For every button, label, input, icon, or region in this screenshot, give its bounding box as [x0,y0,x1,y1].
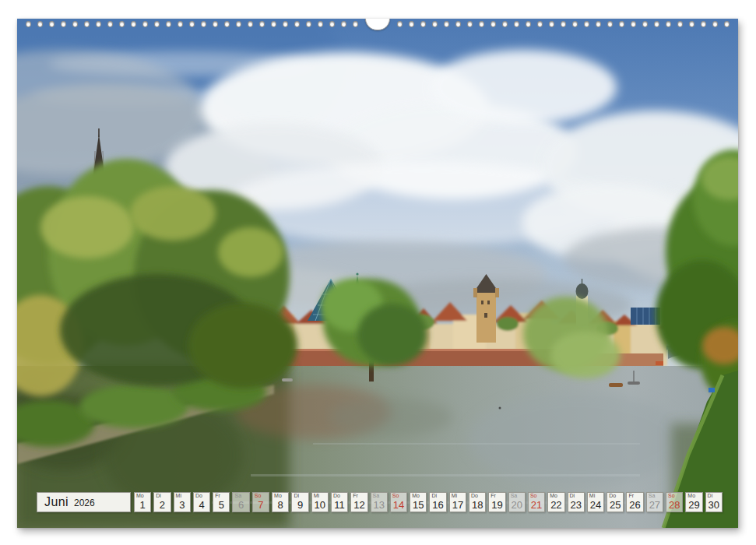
day-cell-25: Do25 [607,492,624,512]
day-cells: Mo1Di2Mi3Do4Fr5Sa6So7Mo8Di9Mi10Do11Fr12S… [134,492,723,512]
binding-hole [178,21,183,27]
binding-hole [306,21,311,27]
day-cell-20: Sa20 [508,492,526,512]
binding-hole [619,21,624,27]
weekday-abbr: Do [195,493,202,499]
weekday-abbr: So [668,493,675,499]
binding-hole [318,21,323,27]
binding-hole [420,21,426,27]
binding-hole [107,21,113,27]
weekday-abbr: Mi [589,493,595,499]
day-number: 9 [292,499,308,511]
day-number: 30 [706,499,722,511]
day-cell-18: Do18 [469,492,486,512]
weekday-abbr: So [392,493,399,499]
day-number: 28 [666,499,682,511]
weekday-abbr: Mo [136,493,144,499]
day-cell-11: Do11 [331,492,348,512]
binding-hole [84,21,90,27]
day-cell-13: Sa13 [371,492,388,512]
day-cell-30: Di30 [705,492,723,512]
binding-hole [596,21,601,27]
binding-hole [37,21,43,27]
day-number: 19 [489,499,505,511]
day-number: 27 [647,499,663,511]
day-cell-22: Mo22 [547,492,564,512]
binding-hole [329,21,335,27]
binding-hole [397,21,403,27]
binding-hole [537,21,543,27]
binding-hole [353,21,358,27]
binding-hole [294,21,300,27]
day-number: 18 [469,499,485,511]
binding-holes-left [26,21,358,27]
binding-hole [631,21,636,27]
day-number: 13 [371,499,387,511]
weekday-abbr: Do [333,493,340,499]
day-number: 1 [135,499,150,511]
day-cell-12: Fr12 [350,492,367,512]
day-cell-26: Fr26 [626,492,643,512]
day-cell-7: So7 [252,492,269,512]
binding-hole [502,21,508,27]
day-cell-2: Di2 [153,492,171,512]
weekday-abbr: Di [431,493,437,499]
binding-hole [666,21,671,27]
year-label: 2026 [74,496,95,508]
binding-hole [409,21,414,27]
day-cell-24: Mi24 [587,492,604,512]
binding-hole [514,21,519,27]
day-cell-10: Mi10 [311,492,329,512]
day-cell-29: Mo29 [685,492,702,512]
day-number: 29 [686,499,701,511]
day-number: 3 [174,499,190,511]
calendar-strip: Juni 2026 Mo1Di2Mi3Do4Fr5Sa6So7Mo8Di9Mi1… [37,492,723,512]
binding-hole [61,21,66,27]
day-cell-23: Di23 [568,492,585,512]
day-number: 12 [351,499,367,511]
day-number: 25 [607,499,623,511]
binding-hole [283,21,288,27]
day-number: 15 [410,499,426,511]
day-number: 4 [194,499,209,511]
binding-hole [467,21,473,27]
binding-hole [96,21,101,27]
binding-hole [712,21,718,27]
calendar-product-image: Juni 2026 Mo1Di2Mi3Do4Fr5Sa6So7Mo8Di9Mi1… [0,0,756,545]
weekday-abbr: Di [570,493,575,499]
day-cell-27: Sa27 [646,492,663,512]
weekday-abbr: Mo [550,493,557,499]
binding-hole [561,21,566,27]
day-number: 17 [450,499,466,511]
binding-hole [677,21,683,27]
weekday-abbr: Fr [215,493,220,499]
weekday-abbr: Sa [511,493,518,499]
day-cell-5: Fr5 [213,492,230,512]
binding-hole [724,21,730,27]
weekday-abbr: Do [609,493,616,499]
binding-hole [248,21,253,27]
day-cell-6: Sa6 [232,492,249,512]
binding-hole [689,21,694,27]
weekday-abbr: Mi [176,493,181,499]
weekday-abbr: Fr [491,493,496,499]
binding-hole [154,21,160,27]
weekday-abbr: Sa [373,493,380,499]
weekday-abbr: Mi [452,493,457,499]
day-cell-3: Mi3 [174,492,191,512]
day-cell-15: Mo15 [410,492,427,512]
binding-hole [213,21,218,27]
binding-hole [131,21,136,27]
day-number: 5 [213,499,229,511]
binding-hole [444,21,449,27]
weekday-abbr: Fr [353,493,358,499]
binding-hole [259,21,265,27]
binding-hole [584,21,589,27]
day-number: 6 [233,499,248,511]
day-number: 2 [154,499,170,511]
binding-hole [26,21,31,27]
binding-hole [201,21,206,27]
day-cell-8: Mo8 [272,492,289,512]
weekday-abbr: Mo [274,493,282,499]
binding-hole [607,21,613,27]
